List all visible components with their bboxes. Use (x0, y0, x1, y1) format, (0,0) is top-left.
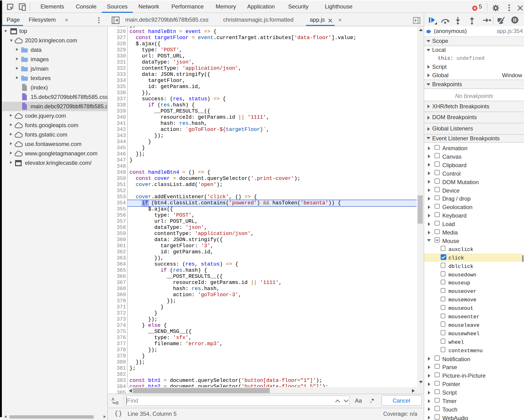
svg-text:A: A (112, 397, 114, 402)
svg-text:B: B (116, 401, 119, 405)
